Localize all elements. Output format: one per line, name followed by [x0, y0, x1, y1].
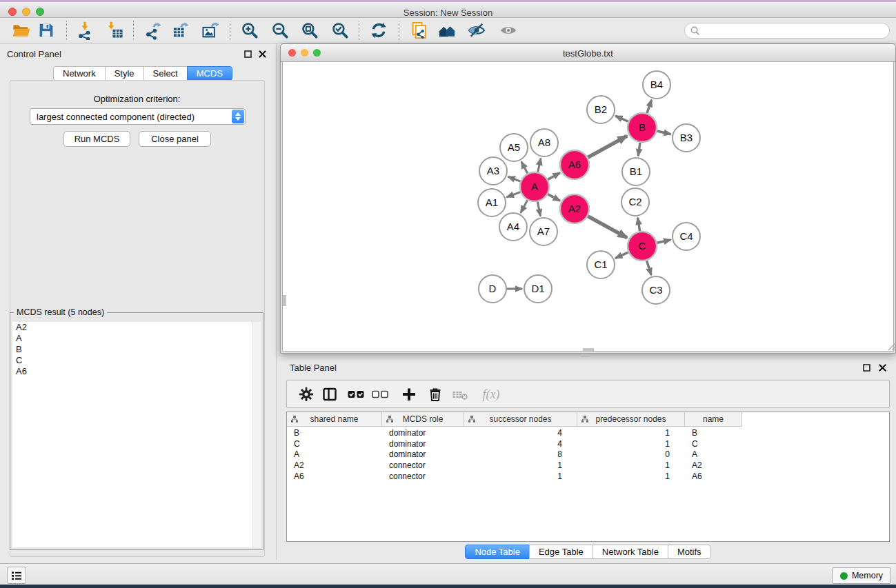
- graph-node-B1[interactable]: B1: [622, 158, 650, 185]
- delete-table-icon[interactable]: [450, 385, 470, 403]
- memory-button[interactable]: Memory: [832, 567, 891, 584]
- graph-node-B4[interactable]: B4: [643, 71, 670, 99]
- run-mcds-button[interactable]: Run MCDS: [63, 131, 130, 147]
- graph-node-C4[interactable]: C4: [673, 223, 700, 250]
- table-row[interactable]: A6connector11A6: [287, 471, 889, 482]
- graph-node-B2[interactable]: B2: [587, 96, 615, 123]
- refresh-icon[interactable]: [368, 20, 389, 41]
- graph-node-C3[interactable]: C3: [642, 276, 670, 304]
- settings-gear-icon[interactable]: [297, 385, 316, 403]
- zoom-in-icon[interactable]: [239, 20, 260, 41]
- float-panel-icon[interactable]: [243, 50, 252, 59]
- hide-selected-icon[interactable]: [466, 20, 487, 41]
- splitter-handle[interactable]: [581, 354, 590, 357]
- cell-MCDS-role[interactable]: dominator: [382, 449, 464, 459]
- cell-successor-nodes[interactable]: 4: [464, 428, 577, 438]
- add-column-icon[interactable]: [399, 385, 419, 403]
- delete-column-icon[interactable]: [426, 385, 445, 403]
- graph-edge-A-A4[interactable]: [521, 200, 528, 212]
- tab-network[interactable]: Network: [53, 66, 106, 81]
- graph-edge-B-B3[interactable]: [657, 131, 670, 134]
- graph-edge-A-A2[interactable]: [548, 194, 560, 201]
- save-session-icon[interactable]: [36, 20, 57, 41]
- network-window-titlebar[interactable]: testGlobe.txt: [281, 44, 895, 62]
- graph-edge-C-C1[interactable]: [615, 252, 628, 258]
- table-row[interactable]: A2connector11A2: [287, 460, 889, 471]
- cell-MCDS-role[interactable]: connector: [382, 472, 464, 481]
- tab-motifs[interactable]: Motifs: [668, 545, 711, 559]
- cell-name[interactable]: A6: [685, 472, 742, 481]
- column-header-name[interactable]: name: [685, 412, 742, 427]
- graph-edge-C-C4[interactable]: [657, 240, 670, 243]
- mcds-result-item[interactable]: A6: [12, 366, 261, 377]
- cell-predecessor-nodes[interactable]: 1: [577, 460, 685, 470]
- cell-MCDS-role[interactable]: connector: [382, 460, 464, 470]
- optimization-select[interactable]: largest connected component (directed): [30, 108, 246, 125]
- graph-edge-A6-B[interactable]: [588, 136, 627, 157]
- graph-edge-C-C3[interactable]: [647, 261, 652, 275]
- export-network-icon[interactable]: [143, 20, 163, 41]
- deselect-all-checkbox-icon[interactable]: [370, 385, 390, 403]
- cell-successor-nodes[interactable]: 1: [464, 472, 577, 481]
- graph-node-A2[interactable]: A2: [560, 194, 589, 223]
- task-history-button[interactable]: [7, 567, 26, 584]
- column-header-successor-nodes[interactable]: successor nodes: [464, 412, 577, 427]
- mcds-result-item[interactable]: C: [12, 355, 261, 366]
- mcds-result-item[interactable]: A2: [12, 322, 261, 333]
- zoom-selected-icon[interactable]: [330, 20, 350, 41]
- graph-edge-C-C2[interactable]: [638, 218, 640, 232]
- graph-node-A4[interactable]: A4: [499, 213, 527, 241]
- close-panel-button[interactable]: Close panel: [139, 131, 211, 147]
- show-selected-icon[interactable]: [498, 20, 519, 41]
- cell-name[interactable]: A: [685, 449, 742, 459]
- scrollbar-track[interactable]: [252, 322, 261, 547]
- graph-edge-A-A7[interactable]: [537, 202, 540, 216]
- zoom-fit-icon[interactable]: [299, 20, 320, 41]
- mcds-result-item[interactable]: A: [12, 333, 261, 344]
- tab-network-table[interactable]: Network Table: [593, 545, 668, 559]
- cell-successor-nodes[interactable]: 1: [464, 460, 577, 470]
- graph-node-C2[interactable]: C2: [621, 188, 649, 216]
- tab-edge-table[interactable]: Edge Table: [529, 545, 593, 559]
- network-canvas[interactable]: AA1A2A3A4A5A6A7A8BB1B2B3B4CC1C2C3C4DD1: [282, 61, 894, 352]
- graph-node-A3[interactable]: A3: [479, 157, 507, 185]
- cell-successor-nodes[interactable]: 4: [464, 439, 577, 449]
- graph-edge-B-B4[interactable]: [647, 100, 652, 113]
- select-all-checkbox-icon[interactable]: [346, 385, 366, 403]
- cell-shared-name[interactable]: A: [287, 449, 382, 459]
- graph-edge-A-A1[interactable]: [507, 192, 521, 197]
- export-image-icon[interactable]: [200, 20, 221, 41]
- cell-shared-name[interactable]: B: [287, 428, 382, 438]
- column-header-MCDS-role[interactable]: MCDS role: [382, 412, 464, 427]
- import-table-icon[interactable]: [105, 20, 126, 41]
- cell-name[interactable]: B: [685, 428, 742, 438]
- cell-shared-name[interactable]: A2: [287, 460, 382, 470]
- graph-edge-B-B1[interactable]: [638, 143, 640, 156]
- cell-predecessor-nodes[interactable]: 1: [577, 428, 685, 438]
- column-layout-icon[interactable]: [320, 385, 339, 403]
- panel-divider[interactable]: [276, 43, 277, 560]
- table-row[interactable]: Cdominator41C: [287, 438, 889, 449]
- cell-predecessor-nodes[interactable]: 1: [577, 439, 685, 449]
- graph-node-D[interactable]: D: [479, 275, 506, 303]
- close-table-panel-icon[interactable]: [878, 363, 887, 372]
- graph-edge-A-A3[interactable]: [508, 176, 520, 181]
- column-header-shared-name[interactable]: shared name: [287, 412, 382, 427]
- graph-edge-B-B2[interactable]: [615, 116, 628, 121]
- cell-name[interactable]: C: [685, 439, 742, 449]
- graph-node-A8[interactable]: A8: [530, 129, 558, 156]
- graph-node-B[interactable]: B: [628, 113, 657, 142]
- home-icon[interactable]: [437, 20, 457, 41]
- export-table-icon[interactable]: [171, 20, 192, 41]
- graph-edge-A-A6[interactable]: [548, 173, 560, 180]
- function-builder-icon[interactable]: f(x): [479, 385, 504, 403]
- graph-node-A[interactable]: A: [520, 172, 549, 201]
- cell-MCDS-role[interactable]: dominator: [382, 428, 464, 438]
- graph-node-C[interactable]: C: [628, 232, 657, 261]
- import-network-icon[interactable]: [74, 20, 95, 41]
- graph-node-D1[interactable]: D1: [524, 275, 552, 303]
- resize-grip-icon[interactable]: [888, 343, 895, 350]
- cell-successor-nodes[interactable]: 8: [464, 449, 577, 459]
- graph-edge-A-A8[interactable]: [538, 158, 541, 172]
- tab-select[interactable]: Select: [143, 66, 188, 81]
